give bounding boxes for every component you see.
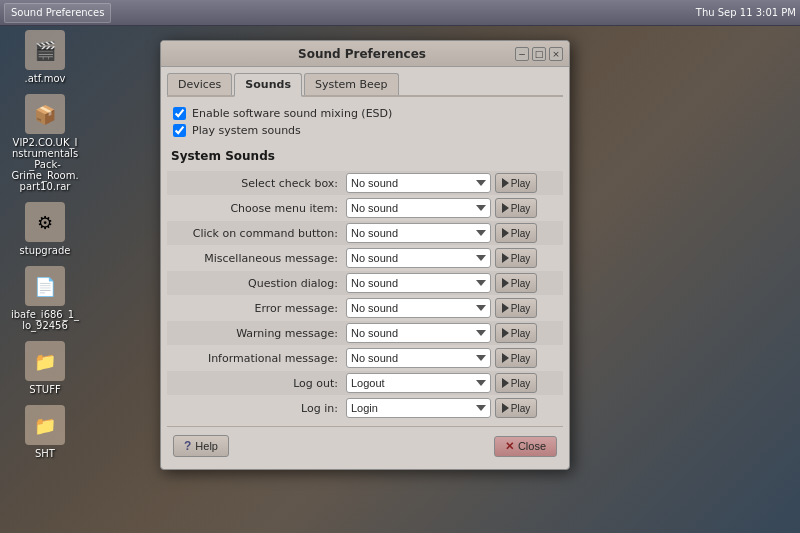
play-button-error-message[interactable]: Play [495, 298, 537, 318]
dialog-footer: ? Help ✕ Close [167, 426, 563, 463]
sound-select-click-command-button[interactable]: No sound [346, 223, 491, 243]
play-button-log-out[interactable]: Play [495, 373, 537, 393]
sound-label-choose-menu-item: Choose menu item: [171, 202, 346, 215]
icon-img-3: ⚙️ [25, 202, 65, 242]
tabs-bar: Devices Sounds System Beep [167, 73, 563, 97]
play-icon-10 [502, 403, 509, 413]
sound-row-question-dialog: Question dialog: No sound Play [167, 271, 563, 295]
icon-label-3: stupgrade [20, 245, 71, 256]
help-button[interactable]: ? Help [173, 435, 229, 457]
taskbar-right: Thu Sep 11 3:01 PM [696, 7, 796, 18]
icon-label-2: VIP2.CO.UK_Instrumentals_Pack-Grime_Room… [10, 137, 80, 192]
sound-select-select-check-box[interactable]: No sound [346, 173, 491, 193]
taskbar: Sound Preferences Thu Sep 11 3:01 PM [0, 0, 800, 26]
icon-img-5: 📁 [25, 341, 65, 381]
sound-row-miscellaneous-message: Miscellaneous message: No sound Play [167, 246, 563, 270]
icon-img-1: 🎬 [25, 30, 65, 70]
sound-label-log-out: Log out: [171, 377, 346, 390]
desktop-icon-4[interactable]: 📄 ibafe_i686_1_lo_92456 [10, 266, 80, 331]
sound-select-warning-message[interactable]: No sound [346, 323, 491, 343]
sound-label-informational-message: Informational message: [171, 352, 346, 365]
sound-row-log-out: Log out: Logout Play [167, 371, 563, 395]
play-icon-7 [502, 328, 509, 338]
play-icon-6 [502, 303, 509, 313]
checkbox-row-play-system: Play system sounds [173, 124, 557, 137]
play-button-click-command-button[interactable]: Play [495, 223, 537, 243]
desktop-icon-2[interactable]: 📦 VIP2.CO.UK_Instrumentals_Pack-Grime_Ro… [10, 94, 80, 192]
desktop-icon-6[interactable]: 📁 SHT [10, 405, 80, 459]
maximize-button[interactable]: □ [532, 47, 546, 61]
icon-img-6: 📁 [25, 405, 65, 445]
desktop-icon-3[interactable]: ⚙️ stupgrade [10, 202, 80, 256]
play-icon-5 [502, 278, 509, 288]
icon-label-1: .atf.mov [25, 73, 66, 84]
sound-label-log-in: Log in: [171, 402, 346, 415]
sound-row-log-in: Log in: Login Play [167, 396, 563, 420]
close-button[interactable]: × [549, 47, 563, 61]
play-button-miscellaneous-message[interactable]: Play [495, 248, 537, 268]
help-icon: ? [184, 439, 191, 453]
taskbar-item-sound-preferences[interactable]: Sound Preferences [4, 3, 111, 23]
checkbox-row-enable-mixing: Enable software sound mixing (ESD) [173, 107, 557, 120]
sound-row-error-message: Error message: No sound Play [167, 296, 563, 320]
sound-select-question-dialog[interactable]: No sound [346, 273, 491, 293]
taskbar-clock: Thu Sep 11 3:01 PM [696, 7, 796, 18]
sound-label-miscellaneous-message: Miscellaneous message: [171, 252, 346, 265]
play-icon [502, 178, 509, 188]
section-title-system-sounds: System Sounds [167, 149, 563, 163]
sound-label-click-command-button: Click on command button: [171, 227, 346, 240]
sound-select-log-out[interactable]: Logout [346, 373, 491, 393]
play-button-warning-message[interactable]: Play [495, 323, 537, 343]
play-button-choose-menu-item[interactable]: Play [495, 198, 537, 218]
play-icon-8 [502, 353, 509, 363]
icon-img-2: 📦 [25, 94, 65, 134]
enable-mixing-checkbox[interactable] [173, 107, 186, 120]
sound-select-choose-menu-item[interactable]: No sound [346, 198, 491, 218]
sound-preferences-dialog: Sound Preferences − □ × Devices Sounds S… [160, 40, 570, 470]
sound-select-error-message[interactable]: No sound [346, 298, 491, 318]
desktop-icon-1[interactable]: 🎬 .atf.mov [10, 30, 80, 84]
sound-label-error-message: Error message: [171, 302, 346, 315]
dialog-titlebar: Sound Preferences − □ × [161, 41, 569, 67]
enable-mixing-label: Enable software sound mixing (ESD) [192, 107, 392, 120]
sound-label-question-dialog: Question dialog: [171, 277, 346, 290]
play-icon-2 [502, 203, 509, 213]
tab-sounds[interactable]: Sounds [234, 73, 302, 97]
play-system-sounds-checkbox[interactable] [173, 124, 186, 137]
dialog-content: Devices Sounds System Beep Enable softwa… [161, 67, 569, 469]
dialog-title: Sound Preferences [209, 47, 515, 61]
sound-label-warning-message: Warning message: [171, 327, 346, 340]
dialog-close-button[interactable]: ✕ Close [494, 436, 557, 457]
play-icon-4 [502, 253, 509, 263]
sound-rows: Select check box: No sound Play Choose m… [167, 171, 563, 420]
titlebar-buttons: − □ × [515, 47, 563, 61]
sound-row-select-check-box: Select check box: No sound Play [167, 171, 563, 195]
icon-img-4: 📄 [25, 266, 65, 306]
minimize-button[interactable]: − [515, 47, 529, 61]
play-system-sounds-label: Play system sounds [192, 124, 301, 137]
play-icon-9 [502, 378, 509, 388]
play-icon-3 [502, 228, 509, 238]
sound-row-informational-message: Informational message: No sound Play [167, 346, 563, 370]
close-x-icon: ✕ [505, 440, 514, 453]
tab-system-beep[interactable]: System Beep [304, 73, 399, 95]
icon-label-6: SHT [35, 448, 55, 459]
desktop-icons: 🎬 .atf.mov 📦 VIP2.CO.UK_Instrumentals_Pa… [10, 30, 80, 459]
play-button-informational-message[interactable]: Play [495, 348, 537, 368]
sound-row-warning-message: Warning message: No sound Play [167, 321, 563, 345]
play-button-log-in[interactable]: Play [495, 398, 537, 418]
sound-select-log-in[interactable]: Login [346, 398, 491, 418]
icon-label-4: ibafe_i686_1_lo_92456 [10, 309, 80, 331]
desktop-icon-5[interactable]: 📁 STUFF [10, 341, 80, 395]
tab-devices[interactable]: Devices [167, 73, 232, 95]
checkbox-area: Enable software sound mixing (ESD) Play … [167, 103, 563, 149]
sound-row-click-command-button: Click on command button: No sound Play [167, 221, 563, 245]
sound-label-select-check-box: Select check box: [171, 177, 346, 190]
play-button-select-check-box[interactable]: Play [495, 173, 537, 193]
sound-select-miscellaneous-message[interactable]: No sound [346, 248, 491, 268]
play-button-question-dialog[interactable]: Play [495, 273, 537, 293]
icon-label-5: STUFF [29, 384, 60, 395]
sound-row-choose-menu-item: Choose menu item: No sound Play [167, 196, 563, 220]
sound-select-informational-message[interactable]: No sound [346, 348, 491, 368]
